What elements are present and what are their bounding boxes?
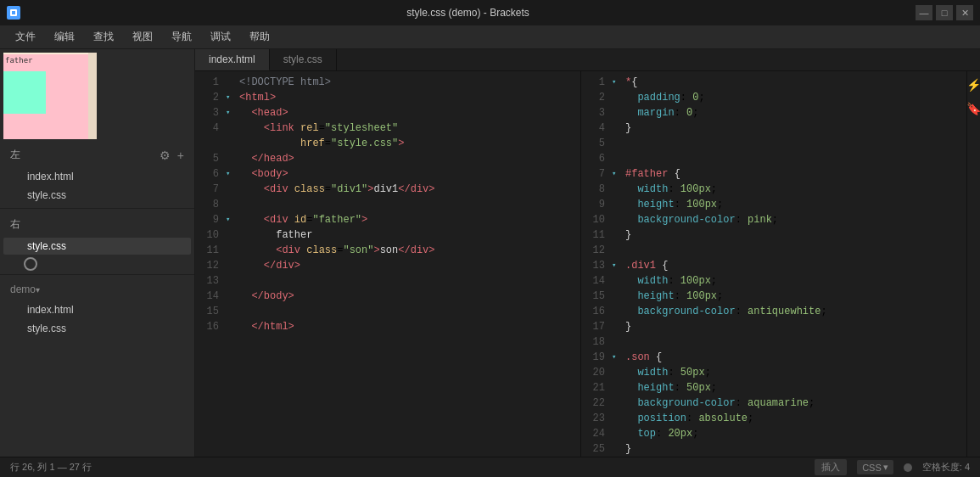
- code-line: 5: [581, 136, 966, 151]
- menu-bar: 文件 编辑 查找 视图 导航 调试 帮助: [0, 25, 980, 49]
- tab-index[interactable]: index.html: [195, 49, 270, 70]
- code-line: 12: [581, 243, 966, 258]
- tab-style[interactable]: style.css: [270, 49, 337, 70]
- sidebar-demo-style[interactable]: style.css: [3, 320, 191, 337]
- code-line: 12 </div>: [195, 258, 580, 273]
- code-line: 19 ▾ .son {: [581, 350, 966, 365]
- window-controls: — □ ✕: [916, 5, 973, 20]
- sidebar-left-label: 左: [10, 148, 20, 162]
- code-line: 8: [195, 197, 580, 212]
- title-bar: style.css (demo) - Brackets — □ ✕: [0, 0, 980, 25]
- preview-pane: div1 father: [3, 53, 97, 139]
- code-line: 11 <div class="son">son</div>: [195, 243, 580, 258]
- code-line: 13: [195, 273, 580, 289]
- code-line: 4 <link rel="stylesheet": [195, 121, 580, 136]
- code-line: 21 height: 50px;: [581, 380, 966, 396]
- code-line: 22 background-color: aquamarine;: [581, 396, 966, 411]
- editor-area: index.html style.css 1 <!DOCTYPE html> 2…: [195, 49, 980, 457]
- menu-edit[interactable]: 编辑: [46, 26, 83, 48]
- css-editor[interactable]: 1 ▾ *{ 2 padding: 0; 3 margin: 0;: [580, 71, 966, 457]
- preview-father: father: [3, 54, 88, 139]
- maximize-button[interactable]: □: [936, 5, 953, 20]
- css-label: CSS: [862, 463, 882, 473]
- code-line: 9 ▾ <div id="father">: [195, 212, 580, 227]
- insert-button[interactable]: 插入: [815, 459, 847, 475]
- main-content: div1 father 左 ⚙ + index.html style.css 右…: [0, 49, 980, 457]
- code-line: 7 ▾ #father {: [581, 166, 966, 182]
- code-line: 25 }: [581, 441, 966, 457]
- sidebar-file-index[interactable]: index.html: [3, 168, 191, 185]
- sidebar-divider2: [0, 274, 194, 275]
- code-line: 10 background-color: pink;: [581, 212, 966, 227]
- sidebar-demo-index[interactable]: index.html: [3, 301, 191, 318]
- code-line: 11 }: [581, 227, 966, 243]
- editor-tabs: index.html style.css: [195, 49, 980, 71]
- lightning-icon[interactable]: ⚡: [966, 75, 980, 95]
- menu-file[interactable]: 文件: [7, 26, 44, 48]
- status-right: 插入 CSS ▾ 空格长度: 4: [815, 459, 970, 475]
- status-position: 行 26, 列 1 — 27 行: [10, 461, 92, 474]
- code-line: 3 margin: 0;: [581, 105, 966, 121]
- code-line: 9 height: 100px;: [581, 197, 966, 212]
- code-line: href="style.css">: [195, 136, 580, 151]
- sidebar-right-header: 右: [0, 212, 194, 237]
- app-icon: [7, 6, 20, 20]
- title-bar-left: [7, 6, 20, 20]
- space-length: 空格长度: 4: [922, 461, 970, 474]
- code-line: 6: [581, 151, 966, 166]
- code-line: 13 ▾ .div1 {: [581, 258, 966, 273]
- sidebar-divider: [0, 208, 194, 209]
- settings-icon[interactable]: ⚙: [160, 149, 171, 162]
- code-line: 5 </head>: [195, 151, 580, 166]
- css-language-button[interactable]: CSS ▾: [857, 460, 893, 474]
- code-line: 16 </html>: [195, 319, 580, 334]
- code-line: 24 top: 20px;: [581, 426, 966, 441]
- preview-son: [3, 71, 46, 114]
- sidebar-demo-group[interactable]: demo: [0, 278, 194, 300]
- code-line: 6 ▾ <body>: [195, 166, 580, 182]
- sidebar: div1 father 左 ⚙ + index.html style.css 右…: [0, 49, 195, 457]
- close-button[interactable]: ✕: [956, 5, 973, 20]
- sidebar-left-icons: ⚙ +: [160, 149, 184, 162]
- code-line: 17 }: [581, 319, 966, 334]
- sidebar-right-label: 右: [10, 217, 20, 232]
- code-line: 3 ▾ <head>: [195, 105, 580, 121]
- code-line: 18: [581, 334, 966, 350]
- code-line: 20 width: 50px;: [581, 365, 966, 380]
- code-line: 23 position: absolute;: [581, 411, 966, 426]
- editor-sidebar-right: ⚡ 🔖: [966, 71, 980, 457]
- chevron-down-icon: ▾: [883, 462, 888, 473]
- code-line: 10 father: [195, 227, 580, 243]
- sidebar-left-header: 左 ⚙ +: [0, 143, 194, 167]
- bookmark-icon[interactable]: 🔖: [966, 98, 980, 119]
- code-line: 14 </body>: [195, 289, 580, 304]
- code-line: 16 background-color: antiquewhite;: [581, 304, 966, 319]
- window-title: style.css (demo) - Brackets: [20, 7, 916, 19]
- code-line: 8 width: 100px;: [581, 182, 966, 197]
- sidebar-file-style[interactable]: style.css: [3, 187, 191, 204]
- menu-view[interactable]: 视图: [124, 26, 161, 48]
- status-indicator: [904, 463, 912, 472]
- cursor-indicator: [24, 257, 37, 271]
- menu-help[interactable]: 帮助: [241, 26, 278, 48]
- status-bar: 行 26, 列 1 — 27 行 插入 CSS ▾ 空格长度: 4: [0, 457, 980, 477]
- menu-debug[interactable]: 调试: [202, 26, 239, 48]
- plus-icon[interactable]: +: [177, 149, 184, 162]
- editors-split: 1 <!DOCTYPE html> 2 ▾ <html> 3 ▾ <head>: [195, 71, 980, 457]
- code-line: 14 width: 100px;: [581, 273, 966, 289]
- code-line: 1 <!DOCTYPE html>: [195, 75, 580, 90]
- sidebar-right-style[interactable]: style.css: [3, 238, 191, 255]
- code-line: 2 padding: 0;: [581, 90, 966, 105]
- minimize-button[interactable]: —: [916, 5, 932, 20]
- menu-navigate[interactable]: 导航: [163, 26, 200, 48]
- code-line: 15: [195, 304, 580, 319]
- code-line: 15 height: 100px;: [581, 289, 966, 304]
- menu-find[interactable]: 查找: [85, 26, 122, 48]
- code-line: 4 }: [581, 121, 966, 136]
- code-line: 1 ▾ *{: [581, 75, 966, 90]
- code-line: 7 <div class="div1">div1</div>: [195, 182, 580, 197]
- html-editor[interactable]: 1 <!DOCTYPE html> 2 ▾ <html> 3 ▾ <head>: [195, 71, 580, 457]
- code-line: 2 ▾ <html>: [195, 90, 580, 105]
